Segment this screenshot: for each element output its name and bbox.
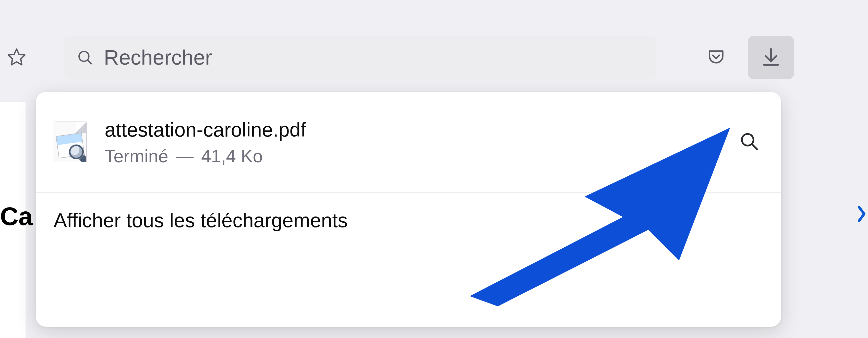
search-icon [76, 49, 94, 66]
downloads-footer[interactable]: Afficher tous les téléchargements [36, 192, 781, 248]
download-status-line: Terminé — 41,4 Ko [105, 146, 735, 166]
downloads-panel: attestation-caroline.pdf Terminé — 41,4 … [36, 92, 781, 327]
svg-line-6 [752, 144, 757, 149]
bookmark-button[interactable] [5, 46, 28, 69]
pocket-button[interactable] [705, 46, 727, 69]
star-icon [7, 47, 27, 68]
download-icon [761, 47, 781, 68]
preview-file-icon [54, 122, 87, 162]
download-item[interactable]: attestation-caroline.pdf Terminé — 41,4 … [36, 92, 781, 192]
browser-toolbar [0, 0, 868, 102]
download-sep: — [176, 146, 193, 166]
download-size: 41,4 Ko [201, 146, 263, 166]
svg-marker-0 [8, 49, 25, 65]
download-item-texts: attestation-caroline.pdf Terminé — 41,4 … [105, 117, 735, 166]
download-filename: attestation-caroline.pdf [105, 117, 735, 143]
chevron-right-icon [857, 203, 867, 226]
svg-line-2 [88, 60, 91, 64]
downloads-button[interactable] [748, 36, 794, 79]
show-all-downloads-link[interactable]: Afficher tous les téléchargements [54, 209, 763, 232]
search-bar[interactable] [64, 36, 656, 79]
page-heading-partial: Ca [0, 202, 33, 231]
pocket-icon [706, 47, 726, 68]
show-in-folder-button[interactable] [735, 128, 763, 156]
more-chevron[interactable] [855, 202, 868, 227]
search-input[interactable] [104, 45, 656, 69]
magnifier-icon [739, 131, 759, 152]
download-status: Terminé [105, 146, 168, 166]
